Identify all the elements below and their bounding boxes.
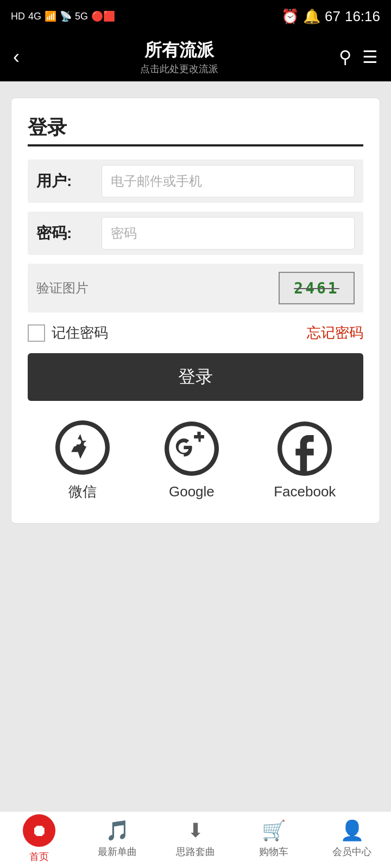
google-login[interactable]: Google (165, 422, 219, 500)
home-icon: ⏺ (23, 814, 55, 847)
wechat-icon (55, 420, 110, 475)
series-label: 思路套曲 (176, 845, 215, 858)
captcha-input[interactable] (36, 272, 270, 304)
captcha-code: 2461 (294, 279, 339, 297)
user-field-row: 用户: (28, 159, 363, 203)
remember-checkbox[interactable] (28, 324, 45, 342)
top-nav: ‹ 所有流派 点击此处更改流派 ⚲ ☰ (0, 33, 391, 81)
login-button[interactable]: 登录 (28, 353, 363, 401)
facebook-label: Facebook (274, 483, 336, 500)
facebook-login[interactable]: Facebook (274, 422, 336, 500)
back-icon: ‹ (13, 46, 20, 68)
notif-icons: 🔴🟥 (91, 10, 115, 22)
battery-level: 67 (325, 8, 340, 25)
facebook-icon (278, 422, 332, 476)
status-bar: HD 4G 📶 📡 5G 🔴🟥 ⏰ 🔔 67 16:16 (0, 0, 391, 33)
cart-label: 购物车 (259, 845, 288, 858)
status-4g: 4G (28, 11, 41, 22)
login-card: 登录 用户: 密码: 2461 记住密码 忘记密码 (11, 98, 380, 524)
home-icon-glyph: ⏺ (31, 821, 47, 840)
nav-home[interactable]: ⏺ 首页 (0, 814, 78, 863)
page-title: 所有流派 (140, 39, 218, 62)
nav-latest[interactable]: 🎵 最新单曲 (78, 819, 156, 858)
captcha-image[interactable]: 2461 (279, 272, 355, 304)
status-5g: 5G (75, 11, 88, 22)
menu-icon[interactable]: ☰ (362, 47, 378, 67)
nav-member[interactable]: 👤 会员中心 (313, 819, 391, 858)
login-divider (28, 144, 363, 146)
wechat-login[interactable]: 微信 (55, 420, 110, 501)
main-content: 登录 用户: 密码: 2461 记住密码 忘记密码 (0, 81, 391, 811)
nav-center: 所有流派 点击此处更改流派 (140, 39, 218, 75)
cart-icon: 🛒 (262, 819, 286, 842)
login-title: 登录 (28, 114, 67, 141)
status-hd: HD (11, 11, 25, 22)
login-title-row: 登录 (28, 114, 363, 141)
user-input[interactable] (102, 165, 355, 197)
forgot-password-link[interactable]: 忘记密码 (307, 323, 363, 342)
login-button-label: 登录 (178, 367, 213, 386)
series-icon: ⬇ (187, 819, 204, 842)
password-field-row: 密码: (28, 212, 363, 255)
remember-row: 记住密码 忘记密码 (28, 323, 363, 342)
nav-series[interactable]: ⬇ 思路套曲 (156, 819, 235, 858)
password-label: 密码: (36, 223, 102, 244)
google-label: Google (169, 483, 215, 500)
page-subtitle[interactable]: 点击此处更改流派 (140, 62, 218, 75)
status-right: ⏰ 🔔 67 16:16 (281, 8, 380, 25)
google-icon (165, 422, 219, 476)
captcha-row: 2461 (28, 264, 363, 312)
bottom-nav: ⏺ 首页 🎵 最新单曲 ⬇ 思路套曲 🛒 购物车 👤 会员中心 (0, 811, 391, 868)
member-icon: 👤 (340, 819, 364, 842)
latest-label: 最新单曲 (98, 845, 137, 858)
alarm-icon: ⏰ (281, 8, 299, 25)
member-label: 会员中心 (332, 845, 371, 858)
remember-label: 记住密码 (52, 323, 108, 342)
status-left: HD 4G 📶 📡 5G 🔴🟥 (11, 10, 115, 22)
latest-icon: 🎵 (105, 819, 130, 842)
remember-left: 记住密码 (28, 323, 108, 342)
back-button[interactable]: ‹ (13, 46, 20, 68)
password-input[interactable] (102, 217, 355, 250)
clock: 16:16 (345, 8, 380, 25)
nav-right: ⚲ ☰ (339, 47, 378, 67)
user-label: 用户: (36, 171, 102, 192)
signal-icon: 📶 (45, 10, 56, 22)
search-icon[interactable]: ⚲ (339, 47, 351, 67)
bell-icon: 🔔 (303, 8, 320, 25)
empty-space (11, 524, 380, 795)
nav-cart[interactable]: 🛒 购物车 (235, 819, 313, 858)
social-login-row: 微信 Google Facebook (28, 420, 363, 501)
wechat-label: 微信 (68, 482, 97, 501)
wifi-icon: 📡 (60, 10, 72, 22)
home-label: 首页 (29, 850, 49, 863)
